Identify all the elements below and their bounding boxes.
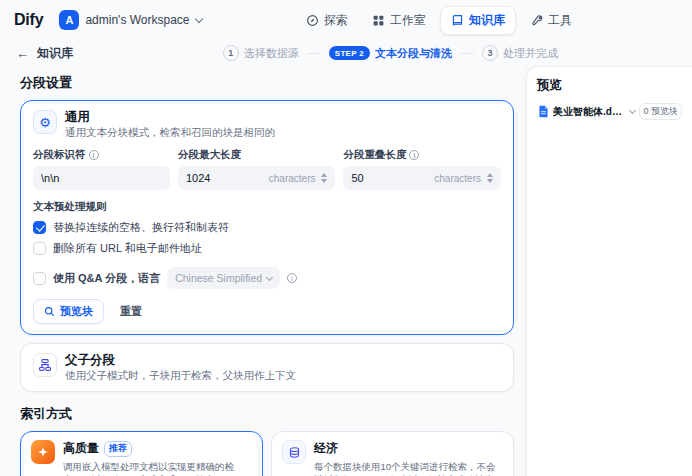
info-icon[interactable]	[287, 273, 297, 283]
back-to-knowledge[interactable]: ← 知识库	[16, 45, 73, 62]
parent-child-desc: 使用父子模式时，子块用于检索，父块用作上下文	[65, 369, 296, 382]
step-1-choose-datasource: 1 选择数据源	[223, 45, 299, 61]
max-length-label: 分段最大长度	[178, 148, 241, 162]
step-3-process-complete: 3 处理并完成	[482, 45, 558, 61]
nav-item-label: 工作室	[390, 12, 426, 29]
nav-item-knowledge[interactable]: 知识库	[440, 6, 516, 35]
apps-grid-icon	[372, 14, 385, 27]
qa-language-select[interactable]: Chinese Simplified	[167, 267, 280, 289]
step-separator	[460, 53, 474, 54]
nav-item-label: 探索	[324, 12, 348, 29]
qa-language-value: Chinese Simplified	[175, 272, 262, 284]
compass-icon	[306, 14, 319, 27]
parent-child-chunk-card[interactable]: 父子分段 使用父子模式时，子块用于检索，父块用作上下文	[20, 343, 514, 392]
chevron-down-icon	[194, 14, 202, 22]
general-chunk-card[interactable]: ⚙ 通用 通用文本分块模式，检索和召回的块是相同的 分段标识符	[20, 100, 514, 335]
info-icon[interactable]	[409, 150, 419, 160]
general-card-header: ⚙ 通用 通用文本分块模式，检索和召回的块是相同的	[33, 110, 501, 139]
economical-desc: 每个数据块使用10个关键词进行检索，不会消耗任何tokens，但会以降低检索准确…	[314, 460, 503, 476]
docx-file-icon	[537, 105, 550, 118]
dify-logo: Dify	[14, 11, 43, 29]
high-quality-desc: 调用嵌入模型处理文档以实现更精确的检索，可以帮助LLM生成高质量的答案。	[63, 460, 252, 476]
economical-text: 经济 每个数据块使用10个关键词进行检索，不会消耗任何tokens，但会以降低检…	[314, 440, 503, 476]
section-title-index-method: 索引方式	[20, 405, 514, 423]
max-length-input[interactable]	[186, 172, 265, 184]
nav-item-label: 知识库	[469, 12, 505, 29]
preview-file-selector[interactable]: 美业智能体.docx 0 预览块	[537, 103, 682, 120]
section-title-segmentation: 分段设置	[20, 74, 514, 92]
rule-replace-label: 替换掉连续的空格、换行符和制表符	[53, 220, 229, 235]
preview-panel: 预览 美业智能体.docx 0 预览块	[526, 66, 692, 476]
sparkle-icon	[31, 440, 55, 464]
field-max-length: 分段最大长度 characters	[178, 148, 336, 190]
workspace-avatar: A	[59, 10, 79, 30]
overlap-stepper[interactable]	[487, 173, 493, 183]
checkbox-unchecked-icon[interactable]	[33, 242, 46, 255]
overlap-input[interactable]	[351, 172, 430, 184]
preprocess-rules-title: 文本预处理规则	[33, 200, 501, 214]
nav-item-explore[interactable]: 探索	[296, 6, 358, 35]
workspace-switcher[interactable]: A admin's Workspace	[59, 10, 201, 30]
back-label: 知识库	[37, 45, 73, 62]
back-arrow-icon: ←	[16, 47, 29, 60]
overlap-label: 分段重叠长度	[343, 148, 406, 162]
nav-item-tools[interactable]: 工具	[520, 6, 582, 35]
rule-remove-urls-label: 删除所有 URL 和电子邮件地址	[53, 241, 202, 256]
step-1-label: 选择数据源	[244, 46, 299, 61]
preview-chunks-button[interactable]: 预览块	[33, 299, 104, 324]
preview-chunk-count-badge: 0 预览块	[639, 103, 682, 120]
checkbox-checked-icon[interactable]	[33, 221, 46, 234]
high-quality-text: 高质量 推荐 调用嵌入模型处理文档以实现更精确的检索，可以帮助LLM生成高质量的…	[63, 440, 252, 476]
max-length-unit: characters	[269, 173, 316, 184]
parent-child-text: 父子分段 使用父子模式时，子块用于检索，父块用作上下文	[65, 353, 296, 382]
overlap-unit: characters	[434, 173, 481, 184]
step-1-number: 1	[223, 45, 239, 61]
chevron-down-icon	[266, 273, 273, 280]
chunk-actions: 预览块 重置	[33, 299, 501, 324]
general-card-title: 通用	[65, 110, 275, 125]
step-2-text-segmentation: STEP 2 文本分段与清洗	[329, 46, 452, 61]
field-delimiter: 分段标识符	[33, 148, 170, 190]
main-nav: 探索 工作室 知识库 工具	[296, 6, 582, 35]
info-icon[interactable]	[89, 150, 99, 160]
parent-child-icon	[33, 353, 57, 377]
nav-item-studio[interactable]: 工作室	[362, 6, 436, 35]
rule-remove-urls[interactable]: 删除所有 URL 和电子邮件地址	[33, 241, 501, 256]
content-area: 分段设置 ⚙ 通用 通用文本分块模式，检索和召回的块是相同的 分段标识符	[0, 66, 692, 476]
chevron-down-icon	[629, 107, 636, 114]
book-icon	[451, 14, 464, 27]
step-3-label: 处理并完成	[503, 46, 558, 61]
delimiter-label: 分段标识符	[33, 148, 86, 162]
high-quality-title: 高质量	[63, 440, 99, 457]
wrench-icon	[530, 14, 543, 27]
chunk-fields: 分段标识符 分段最大长度 characters	[33, 148, 501, 190]
qa-label: 使用 Q&A 分段，语言	[53, 271, 160, 286]
high-quality-card[interactable]: 高质量 推荐 调用嵌入模型处理文档以实现更精确的检索，可以帮助LLM生成高质量的…	[20, 431, 263, 476]
reset-button[interactable]: 重置	[110, 299, 152, 324]
settings-column: 分段设置 ⚙ 通用 通用文本分块模式，检索和召回的块是相同的 分段标识符	[0, 66, 526, 476]
magnifier-icon	[44, 306, 55, 317]
step-3-number: 3	[482, 45, 498, 61]
workspace-name: admin's Workspace	[85, 13, 189, 27]
step-2-badge: STEP 2	[329, 46, 370, 60]
preview-file-name: 美业智能体.docx	[553, 105, 627, 119]
step-separator	[307, 53, 321, 54]
max-length-stepper[interactable]	[321, 173, 327, 183]
general-card-desc: 通用文本分块模式，检索和召回的块是相同的	[65, 126, 275, 139]
wizard-steps: 1 选择数据源 STEP 2 文本分段与清洗 3 处理并完成	[223, 45, 558, 61]
qa-segmentation-row: 使用 Q&A 分段，语言 Chinese Simplified	[33, 267, 501, 289]
sub-header: ← 知识库 1 选择数据源 STEP 2 文本分段与清洗 3 处理并完成	[0, 40, 692, 66]
economical-title: 经济	[314, 440, 338, 457]
nav-item-label: 工具	[548, 12, 572, 29]
index-method-options: 高质量 推荐 调用嵌入模型处理文档以实现更精确的检索，可以帮助LLM生成高质量的…	[20, 431, 514, 476]
coins-icon	[282, 440, 306, 464]
preview-title: 预览	[537, 77, 682, 94]
qa-checkbox[interactable]	[33, 272, 46, 285]
general-card-text: 通用 通用文本分块模式，检索和召回的块是相同的	[65, 110, 275, 139]
rule-replace-whitespace[interactable]: 替换掉连续的空格、换行符和制表符	[33, 220, 501, 235]
gear-icon: ⚙	[33, 110, 57, 134]
parent-child-title: 父子分段	[65, 353, 296, 368]
economical-card[interactable]: 经济 每个数据块使用10个关键词进行检索，不会消耗任何tokens，但会以降低检…	[271, 431, 514, 476]
top-navbar: Dify A admin's Workspace 探索 工作室 知识库 工具	[0, 0, 692, 40]
delimiter-input[interactable]	[41, 172, 162, 184]
